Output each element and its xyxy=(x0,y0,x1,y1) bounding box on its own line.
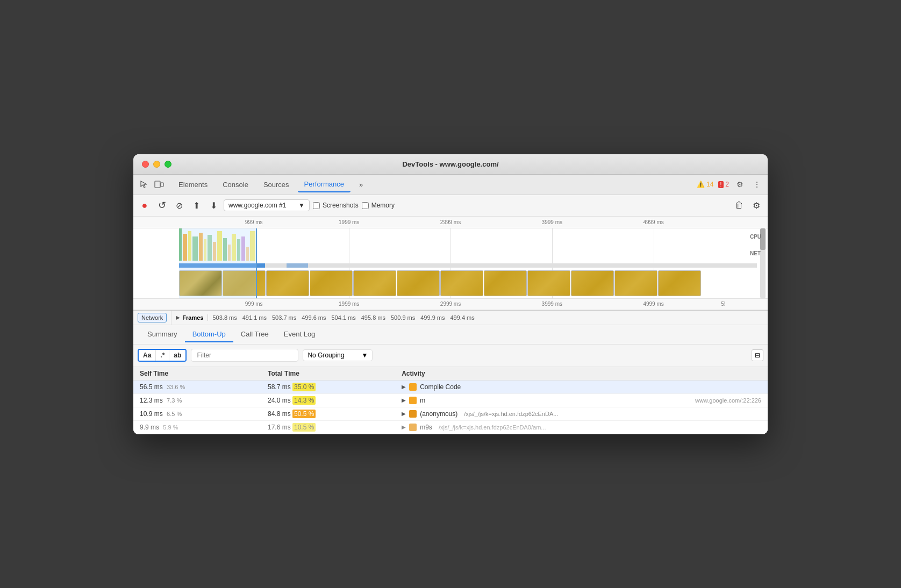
bottom-tick-6: 5! xyxy=(721,301,725,307)
cpu-text: CPU xyxy=(750,234,761,240)
total-time-cell: 17.6 ms 10.5 % xyxy=(261,420,395,434)
tab-console[interactable]: Console xyxy=(216,177,255,192)
frame-time-2: 491.1 ms xyxy=(242,314,267,321)
self-time-value: 56.5 ms xyxy=(140,383,163,391)
expand-icon[interactable]: ▶ xyxy=(402,411,406,417)
record-button[interactable]: ● xyxy=(138,198,152,212)
activity-name: m xyxy=(420,397,425,404)
regex-button[interactable]: .* xyxy=(155,350,169,361)
upload-button[interactable]: ⬆ xyxy=(189,198,203,212)
table-row[interactable]: 56.5 ms 33.6 % 58.7 ms 35.0 % ▶ Compile … xyxy=(133,380,768,393)
self-time-cell: 56.5 ms 33.6 % xyxy=(133,380,261,393)
tab-elements[interactable]: Elements xyxy=(172,177,214,192)
window-title: DevTools - www.google.com/ xyxy=(402,160,498,168)
filter-input[interactable] xyxy=(191,349,298,362)
timeline-area: 999 ms 1999 ms 2999 ms 3999 ms 4999 ms C… xyxy=(133,217,768,311)
self-pct-value: 5.9 % xyxy=(163,424,178,431)
total-time-value: 58.7 ms xyxy=(268,383,291,391)
activity-name: m9s xyxy=(420,424,432,431)
whole-word-button[interactable]: ab xyxy=(169,350,185,361)
bottom-tick-5: 4999 ms xyxy=(643,301,663,307)
close-button[interactable] xyxy=(142,161,149,168)
url-selector[interactable]: www.google.com #1 ▼ xyxy=(224,199,310,211)
filter-buttons-group: Aa .* ab xyxy=(138,349,187,362)
table-row[interactable]: 9.9 ms 5.9 % 17.6 ms 10.5 % ▶ m9s xyxy=(133,420,768,434)
capture-settings-icon[interactable]: ⚙ xyxy=(749,198,763,212)
cpu-label: CPU NET xyxy=(750,234,761,256)
self-pct-value: 7.3 % xyxy=(167,397,182,404)
tab-performance[interactable]: Performance xyxy=(298,177,351,192)
frame-time-8: 499.9 ms xyxy=(420,314,445,321)
frame-time-7: 500.9 ms xyxy=(391,314,415,321)
data-table-container: Self Time Total Time Activity 56.5 ms 33… xyxy=(133,367,768,434)
activity-name: Compile Code xyxy=(420,383,461,391)
expand-icon[interactable]: ▶ xyxy=(402,424,406,430)
tab-call-tree[interactable]: Call Tree xyxy=(233,327,276,342)
memory-checkbox-label[interactable]: Memory xyxy=(362,202,395,209)
error-badge: ! 2 xyxy=(718,181,729,188)
grouping-arrow-icon: ▼ xyxy=(361,352,368,359)
top-ruler: 999 ms 1999 ms 2999 ms 3999 ms 4999 ms xyxy=(133,217,768,228)
bottom-tick-3: 2999 ms xyxy=(440,301,461,307)
error-icon: ! xyxy=(718,181,724,188)
case-sensitive-button[interactable]: Aa xyxy=(139,350,155,361)
total-time-value: 24.0 ms xyxy=(268,397,291,404)
frames-expand-icon[interactable]: ▶ xyxy=(176,314,180,320)
frames-section: Network xyxy=(133,311,171,325)
tab-more[interactable]: » xyxy=(353,177,369,192)
table-row[interactable]: 12.3 ms 7.3 % 24.0 ms 14.3 % ▶ m xyxy=(133,393,768,407)
clear-button[interactable]: ⊘ xyxy=(172,198,186,212)
device-icon[interactable] xyxy=(153,178,166,191)
tab-sources[interactable]: Sources xyxy=(257,177,296,192)
maximize-button[interactable] xyxy=(165,161,171,168)
cursor-icon[interactable] xyxy=(138,178,151,191)
url-value: www.google.com #1 xyxy=(228,202,286,209)
toolbar: ● ↺ ⊘ ⬆ ⬇ www.google.com #1 ▼ Screenshot… xyxy=(133,195,768,217)
screenshot-11 xyxy=(614,270,657,296)
grouping-selector[interactable]: No Grouping ▼ xyxy=(303,349,373,361)
bottom-tick-1: 999 ms xyxy=(245,301,263,307)
tab-summary[interactable]: Summary xyxy=(140,327,185,342)
screenshots-row xyxy=(179,270,757,297)
tab-event-log[interactable]: Event Log xyxy=(276,327,323,342)
folder-icon xyxy=(409,383,417,391)
self-pct-value: 33.6 % xyxy=(167,384,185,390)
bottom-ruler: 999 ms 1999 ms 2999 ms 3999 ms 4999 ms 5… xyxy=(133,298,768,310)
table-row[interactable]: 10.9 ms 6.5 % 84.8 ms 50.5 % ▶ (anonymou… xyxy=(133,407,768,420)
tab-bar-right: ⚠️ 14 ! 2 ⚙ ⋮ xyxy=(697,178,763,191)
download-button[interactable]: ⬇ xyxy=(206,198,220,212)
expand-icon[interactable]: ▶ xyxy=(402,397,406,403)
frame-time-5: 504.1 ms xyxy=(331,314,355,321)
svg-rect-1 xyxy=(161,183,163,187)
screenshots-checkbox-label[interactable]: Screenshots xyxy=(313,202,359,209)
frame-time-1: 503.8 ms xyxy=(212,314,237,321)
screenshot-8 xyxy=(484,270,527,296)
more-options-icon[interactable]: ⋮ xyxy=(750,178,763,191)
minimize-button[interactable] xyxy=(153,161,160,168)
activity-cell: ▶ (anonymous) /xjs/_/js/k=xjs.hd.en.fdzp… xyxy=(395,407,768,420)
ruler-tick-1: 999 ms xyxy=(245,219,263,225)
screenshots-checkbox[interactable] xyxy=(313,202,320,209)
expand-icon[interactable]: ▶ xyxy=(402,384,406,390)
url-hint: www.google.com/:22:226 xyxy=(695,397,761,404)
grouping-label: No Grouping xyxy=(308,352,344,359)
bottom-tabs: Summary Bottom-Up Call Tree Event Log xyxy=(133,325,768,345)
tab-bar: Elements Console Sources Performance » ⚠… xyxy=(133,175,768,195)
settings-icon[interactable]: ⚙ xyxy=(733,178,746,191)
screenshot-7 xyxy=(440,270,483,296)
collapse-button[interactable]: ⊟ xyxy=(752,349,763,361)
memory-checkbox[interactable] xyxy=(362,202,369,209)
devtools-icons xyxy=(138,178,166,191)
activity-header: Activity xyxy=(395,367,768,381)
tab-bottom-up[interactable]: Bottom-Up xyxy=(185,327,233,342)
url-hint: /xjs/_/js/k=xjs.hd.en.fdzp62cEnDA... xyxy=(464,411,558,417)
frames-section-inner: ▶ Frames 503.8 ms 491.1 ms 503.7 ms 499.… xyxy=(171,312,482,323)
refresh-button[interactable]: ↺ xyxy=(155,198,169,212)
net-activity-2 xyxy=(287,263,308,268)
screenshot-9 xyxy=(527,270,570,296)
total-time-value: 17.6 ms xyxy=(268,424,291,431)
error-count: 2 xyxy=(725,181,729,188)
bottom-tick-2: 1999 ms xyxy=(339,301,359,307)
delete-button[interactable]: 🗑 xyxy=(732,198,746,212)
filter-row: Aa .* ab No Grouping ▼ ⊟ xyxy=(133,345,768,367)
